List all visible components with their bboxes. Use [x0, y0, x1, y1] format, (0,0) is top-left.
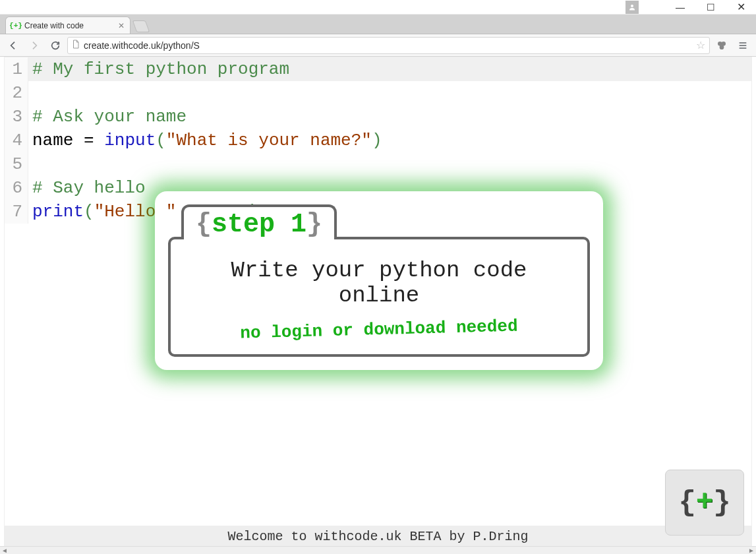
- bracket-open-icon: {: [196, 210, 212, 239]
- logo-bracket-close-icon: }: [713, 486, 730, 519]
- scroll-track[interactable]: [9, 547, 747, 554]
- logo-bracket-open-icon: {: [678, 486, 695, 519]
- line-number: 6: [5, 176, 28, 200]
- callout-heading: Write your python code online: [187, 258, 571, 308]
- reload-button[interactable]: [46, 36, 65, 55]
- line-number: 4: [5, 129, 28, 152]
- bookmark-star-icon[interactable]: ☆: [696, 39, 705, 51]
- code-line[interactable]: 5: [5, 152, 751, 176]
- line-number: 5: [5, 152, 28, 176]
- status-bar: Welcome to withcode.uk BETA by P.Dring: [4, 526, 752, 546]
- code-content[interactable]: # My first python program: [28, 57, 289, 81]
- url-text: create.withcode.uk/python/S: [84, 40, 200, 51]
- browser-toolbar: create.withcode.uk/python/S ☆: [0, 34, 756, 57]
- line-number: 2: [5, 81, 28, 105]
- new-tab-button[interactable]: [132, 20, 150, 32]
- code-content[interactable]: # Ask your name: [28, 105, 187, 129]
- tab-close-icon[interactable]: ✕: [118, 21, 125, 30]
- run-code-button[interactable]: {+}: [665, 470, 744, 536]
- code-line[interactable]: 2: [5, 81, 751, 105]
- logo-plus-icon: +: [696, 486, 713, 519]
- code-content[interactable]: name = input("What is your name?"): [28, 129, 382, 152]
- status-text: Welcome to withcode.uk BETA by P.Dring: [227, 529, 528, 544]
- scroll-right-icon[interactable]: ►: [747, 547, 756, 554]
- address-bar[interactable]: create.withcode.uk/python/S ☆: [67, 37, 710, 54]
- chrome-menu-button[interactable]: [734, 36, 752, 55]
- line-number: 1: [5, 57, 28, 81]
- svg-point-0: [631, 5, 633, 7]
- extensions-icon[interactable]: [712, 36, 731, 55]
- code-content[interactable]: # Say hello: [28, 176, 146, 200]
- line-number: 3: [5, 105, 28, 129]
- favicon-icon: {+}: [11, 21, 20, 30]
- tab-strip: {+} Create with code ✕: [0, 15, 756, 34]
- horizontal-scrollbar[interactable]: ◄ ►: [0, 546, 756, 554]
- code-line[interactable]: 1# My first python program: [5, 57, 751, 81]
- callout-subtext: no login or download needed: [187, 315, 572, 344]
- bracket-close-icon: }: [306, 210, 322, 239]
- window-minimize-button[interactable]: —: [665, 0, 695, 15]
- browser-tab[interactable]: {+} Create with code ✕: [5, 16, 131, 34]
- scroll-left-icon[interactable]: ◄: [0, 547, 9, 554]
- code-line[interactable]: 3# Ask your name: [5, 105, 751, 129]
- window-close-button[interactable]: ✕: [726, 0, 756, 15]
- line-number: 7: [5, 200, 28, 224]
- tutorial-callout: {step 1} Write your python code online n…: [168, 204, 590, 357]
- window-maximize-button[interactable]: ☐: [695, 0, 726, 15]
- tab-title: Create with code: [24, 21, 84, 30]
- forward-button[interactable]: [25, 36, 44, 55]
- code-content[interactable]: [28, 152, 32, 176]
- callout-step-label: step 1: [212, 210, 306, 239]
- svg-point-3: [720, 45, 724, 49]
- callout-body: Write your python code online no login o…: [168, 237, 590, 357]
- page-icon: [72, 40, 80, 51]
- code-line[interactable]: 4name = input("What is your name?"): [5, 129, 751, 152]
- back-button[interactable]: [4, 36, 22, 55]
- callout-tab: {step 1}: [181, 204, 337, 239]
- user-badge-icon[interactable]: [625, 1, 639, 14]
- window-titlebar: — ☐ ✕: [0, 0, 756, 15]
- code-content[interactable]: [28, 81, 32, 105]
